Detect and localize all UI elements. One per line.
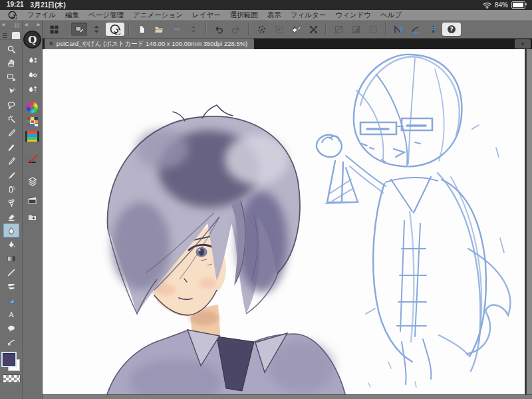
save-icon[interactable] — [168, 23, 184, 36]
selection-area-icon[interactable] — [365, 23, 381, 36]
workspace-grid-icon[interactable] — [46, 23, 62, 36]
svg-text:A: A — [8, 311, 15, 319]
color-swatches — [1, 353, 21, 388]
snap-frame-icon[interactable] — [271, 23, 287, 36]
bottom-edge-strip — [43, 394, 532, 399]
battery-percent: 84% — [495, 1, 508, 9]
clock: 19:21 — [7, 1, 24, 10]
transparent-color-swatch[interactable] — [3, 374, 21, 383]
decoration-tool[interactable] — [3, 196, 19, 209]
open-clip-studio-button[interactable] — [106, 23, 124, 36]
zoom-tool[interactable] — [3, 42, 19, 56]
blend-tool[interactable] — [3, 223, 19, 237]
layer-panel-icon[interactable] — [25, 175, 41, 188]
material-export-panel-icon[interactable] — [25, 211, 41, 224]
frame-border-tool[interactable] — [3, 279, 19, 293]
marker-tool[interactable] — [3, 154, 19, 168]
thumbnail-icon[interactable] — [331, 23, 346, 36]
move-canvas-tool[interactable] — [3, 70, 19, 84]
menu-selection[interactable]: 選択範囲 — [225, 11, 263, 20]
battery-icon — [511, 1, 525, 9]
snap-grid-icon[interactable] — [425, 23, 441, 36]
menu-bar: ファイル 編集 ページ管理 アニメーション レイヤー 選択範囲 表示 フィルター… — [0, 10, 532, 21]
text-tool[interactable]: A — [3, 307, 19, 321]
brush-size-panel-icon[interactable] — [25, 83, 41, 96]
color-history-panel-icon[interactable] — [25, 130, 41, 143]
svg-text:?: ? — [450, 25, 454, 33]
menu-layer[interactable]: レイヤー — [188, 11, 225, 20]
document-tab[interactable]: × pstCard_やげん (ポストカード 148.00 x 100.00mm … — [45, 39, 254, 49]
fill-icon[interactable] — [288, 23, 304, 36]
document-tab-title: pstCard_やげん (ポストカード 148.00 x 100.00mm 35… — [57, 40, 247, 49]
command-bar: ? — [43, 21, 532, 39]
lasso-select-tool[interactable] — [3, 98, 19, 112]
undo-icon[interactable] — [211, 23, 227, 36]
color-set-panel-icon[interactable] — [25, 115, 41, 128]
ipad-status-bar: 19:21 3月21日(木) 84% — [0, 0, 532, 10]
gradient-tool[interactable] — [3, 251, 19, 265]
transform-icon[interactable] — [305, 23, 321, 36]
open-file-icon[interactable] — [151, 23, 167, 36]
timeline-panel-icon[interactable] — [25, 194, 41, 207]
palette-list-icon[interactable]: ☰ — [2, 33, 7, 39]
fill-bucket-tool[interactable] — [3, 237, 19, 251]
tab-list-dropdown[interactable]: ▼ — [515, 39, 531, 49]
balloon-tool[interactable] — [3, 321, 19, 335]
snap-special-ruler-icon[interactable] — [408, 23, 424, 36]
ruler-tool[interactable] — [3, 293, 19, 307]
tool-palette: « ||| ☰ — [0, 21, 23, 399]
wifi-icon — [483, 2, 491, 9]
clip-studio-q-button[interactable]: Q — [23, 31, 41, 49]
expand-panels-icon[interactable]: » — [37, 21, 40, 28]
save-stepper-icon[interactable] — [186, 23, 201, 36]
left-palette-dock: « ||| ☰ — [0, 21, 43, 399]
panel-icon-dock: « » Q — [23, 21, 43, 399]
layer-clip-icon[interactable] — [348, 23, 364, 36]
clip-studio-spiral-icon[interactable] — [7, 11, 17, 19]
document-tab-bar: × pstCard_やげん (ポストカード 148.00 x 100.00mm … — [43, 39, 532, 49]
menu-help[interactable]: ヘルプ — [376, 11, 406, 20]
brush-tool[interactable] — [3, 168, 19, 182]
tool-property-panel-icon[interactable] — [25, 68, 41, 82]
collapse-tools-icon[interactable]: « — [2, 21, 5, 28]
redo-icon[interactable] — [228, 23, 244, 36]
drawing-canvas[interactable] — [43, 49, 525, 394]
date: 3月21日(木) — [31, 1, 66, 10]
menu-file[interactable]: ファイル — [23, 11, 61, 20]
pen-tool[interactable] — [3, 140, 19, 154]
sub-tool-panel-icon[interactable] — [25, 54, 41, 67]
menu-edit[interactable]: 編集 — [61, 11, 84, 20]
canvas-settings-icon[interactable] — [71, 23, 87, 36]
airbrush-tool[interactable] — [3, 182, 19, 196]
collapse-panels-icon[interactable]: « — [25, 21, 28, 28]
menu-page[interactable]: ページ管理 — [84, 11, 128, 20]
foreground-color-swatch[interactable] — [3, 353, 15, 366]
snap-off-icon[interactable] — [253, 23, 269, 36]
auto-action-panel-icon[interactable] — [25, 152, 41, 166]
figure-tool[interactable] — [3, 265, 19, 279]
eyedropper-tool[interactable] — [3, 126, 19, 140]
canvas-artwork — [43, 49, 521, 394]
snap-ruler-icon[interactable] — [390, 23, 406, 36]
line-correct-tool[interactable] — [3, 335, 19, 349]
menu-view[interactable]: 表示 — [263, 11, 286, 20]
menu-filter[interactable]: フィルター — [286, 11, 331, 20]
drag-handle-icon[interactable]: ||| — [15, 23, 20, 27]
eraser-tool[interactable] — [3, 209, 19, 223]
new-canvas-icon[interactable] — [134, 23, 150, 36]
help-button[interactable]: ? — [442, 23, 461, 36]
stepper-icon[interactable] — [88, 23, 104, 36]
menu-window[interactable]: ウィンドウ — [331, 11, 376, 20]
right-panel-edge[interactable] — [525, 49, 532, 394]
close-tab-icon[interactable]: × — [49, 41, 53, 47]
hand-tool[interactable] — [3, 56, 19, 70]
menu-animation[interactable]: アニメーション — [128, 11, 188, 20]
auto-select-tool[interactable] — [3, 112, 19, 126]
tool-palette-tab[interactable] — [12, 32, 20, 39]
color-wheel-panel-icon[interactable] — [25, 100, 41, 114]
operation-tool[interactable] — [3, 84, 19, 98]
